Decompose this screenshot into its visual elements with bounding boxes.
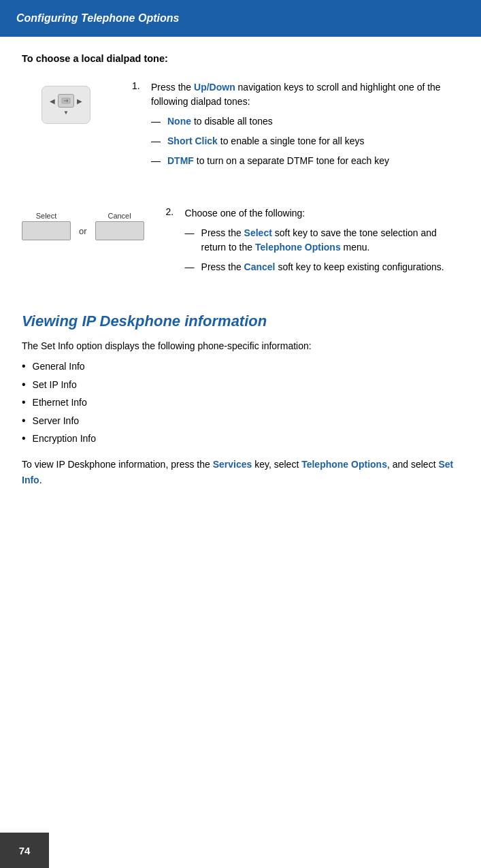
updown-highlight: Up/Down	[194, 82, 235, 93]
cancel-highlight: Cancel	[244, 261, 276, 272]
bullet-dot: •	[22, 395, 26, 410]
cancel-softkey-button[interactable]	[95, 221, 144, 240]
cancel-softkey-label: Cancel	[107, 212, 131, 220]
services-highlight: Services	[213, 459, 252, 470]
outro-prefix: To view IP Deskphone information, press …	[22, 459, 213, 470]
right-arrow-icon: ▶	[77, 97, 82, 105]
bullet-server-info: • Server Info	[22, 413, 459, 428]
step1-sublist: — None to disable all tones — Short Clic…	[151, 114, 459, 168]
header-bar: Configuring Telephone Options	[0, 0, 481, 37]
step2-content: 2. Choose one of the following: — Press …	[166, 206, 459, 291]
step2-text-main: Choose one of the following:	[185, 208, 305, 219]
bullet-label: General Info	[33, 359, 85, 374]
cancel-softkey-container: Cancel	[95, 212, 144, 240]
step1-text: Press the Up/Down navigation keys to scr…	[151, 80, 459, 174]
section1-title: To choose a local dialpad tone:	[22, 53, 459, 64]
bullet-dot: •	[22, 413, 26, 428]
telephone-options-highlight2: Telephone Options	[301, 459, 387, 470]
navigation-key-icon: ◀ ▶ ▼	[42, 86, 90, 124]
step1-number: 1.	[132, 80, 146, 174]
dtmf-highlight: DTMF	[167, 155, 194, 166]
subitem-select: — Press the Select soft key to save the …	[185, 226, 459, 255]
outro-end: .	[39, 475, 42, 485]
bullet-label: Encryption Info	[33, 431, 96, 446]
step1-block: ◀ ▶ ▼	[22, 80, 459, 184]
section2-intro: The Set Info option displays the followi…	[22, 338, 459, 353]
bullet-encryption-info: • Encryption Info	[22, 431, 459, 446]
step1-content: 1. Press the Up/Down navigation keys to …	[132, 80, 459, 184]
or-label: or	[79, 226, 87, 236]
subitem-cancel: — Press the Cancel soft key to keep exis…	[185, 260, 459, 274]
bullet-general-info: • General Info	[22, 359, 459, 374]
subitem-dtmf: — DTMF to turn on a separate DTMF tone f…	[151, 154, 459, 168]
ok-button-icon	[58, 94, 74, 108]
softkey-icons-container: Select or Cancel	[22, 206, 144, 243]
step2-block: Select or Cancel 2. Choose one of the fo…	[22, 206, 459, 291]
outro-suffix: , and select	[387, 459, 439, 470]
main-content: To choose a local dialpad tone: ◀	[0, 37, 481, 547]
step1-text-prefix: Press the	[151, 82, 194, 93]
subitem-shortclick: — Short Click to enable a single tone fo…	[151, 134, 459, 148]
select-softkey-button[interactable]	[22, 221, 71, 240]
page-number-box: 74	[0, 833, 49, 868]
none-highlight: None	[167, 116, 191, 127]
bullet-dot: •	[22, 377, 26, 392]
page-number: 74	[19, 845, 31, 856]
bullet-ethernet-info: • Ethernet Info	[22, 395, 459, 410]
section2-bullet-list: • General Info • Set IP Info • Ethernet …	[22, 359, 459, 446]
bullet-label: Ethernet Info	[33, 395, 87, 410]
step2-text: Choose one of the following: — Press the…	[185, 206, 459, 280]
step1-item: 1. Press the Up/Down navigation keys to …	[132, 80, 459, 174]
softkey-row: Select or Cancel	[22, 212, 144, 240]
left-arrow-icon: ◀	[50, 97, 55, 105]
page-title: Configuring Telephone Options	[16, 12, 465, 25]
select-highlight: Select	[244, 227, 272, 238]
section2-outro: To view IP Deskphone information, press …	[22, 457, 459, 487]
subitem-none: — None to disable all tones	[151, 114, 459, 129]
step2-sublist: — Press the Select soft key to save the …	[185, 226, 459, 274]
nav-icon-container: ◀ ▶ ▼	[22, 80, 110, 124]
telephone-options-highlight1: Telephone Options	[255, 242, 341, 253]
bullet-label: Server Info	[33, 413, 79, 428]
bullet-set-ip-info: • Set IP Info	[22, 377, 459, 392]
outro-middle: key, select	[252, 459, 301, 470]
shortclick-highlight: Short Click	[167, 135, 218, 146]
bullet-label: Set IP Info	[33, 377, 77, 392]
step2-item: 2. Choose one of the following: — Press …	[166, 206, 459, 280]
down-arrow-icon: ▼	[63, 110, 69, 116]
section2-heading: Viewing IP Deskphone information	[22, 312, 459, 330]
bullet-dot: •	[22, 359, 26, 374]
step2-number: 2.	[166, 206, 180, 280]
select-softkey-label: Select	[36, 212, 57, 220]
bullet-dot: •	[22, 431, 26, 446]
select-softkey-container: Select	[22, 212, 71, 240]
